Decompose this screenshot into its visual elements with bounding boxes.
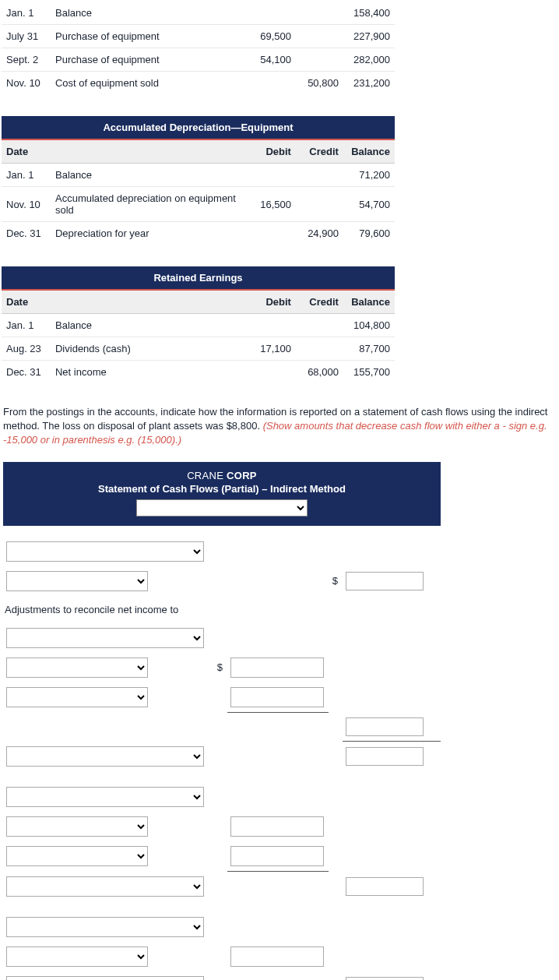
netcash-inv-select[interactable]: [6, 876, 204, 897]
ledger-header-row: Date Debit Credit Balance: [2, 290, 395, 314]
table-row: Aug. 23 Dividends (cash) 17,100 87,700: [2, 337, 395, 361]
period-select[interactable]: [136, 499, 308, 516]
instruction-text: From the postings in the accounts, indic…: [3, 405, 556, 448]
dollar-sign: $: [213, 653, 227, 682]
netcash-inv-input[interactable]: [346, 877, 424, 896]
table-row: July 31 Purchase of equipment 69,500 227…: [2, 25, 395, 48]
adj1-input[interactable]: [230, 657, 324, 678]
inv1-input[interactable]: [230, 816, 324, 837]
re-ledger: Retained Earnings Date Debit Credit Bala…: [2, 266, 395, 383]
adjustments-label: Adjustments to reconcile net income to: [3, 596, 441, 623]
table-row: Dec. 31 Depreciation for year 24,900 79,…: [2, 222, 395, 245]
netcash-fin-select[interactable]: [6, 976, 204, 980]
adj-target-select[interactable]: [6, 628, 204, 648]
section3-select[interactable]: [6, 917, 204, 937]
netincome-select[interactable]: [6, 571, 148, 591]
equipment-ledger: Jan. 1 Balance 158,400 July 31 Purchase …: [2, 2, 395, 94]
netincome-input[interactable]: [346, 572, 424, 590]
table-row: Jan. 1 Balance 71,200: [2, 164, 395, 187]
inv1-select[interactable]: [6, 816, 148, 837]
accdep-title: Accumulated Depreciation—Equipment: [2, 116, 395, 139]
accdep-ledger: Accumulated Depreciation—Equipment Date …: [2, 116, 395, 245]
table-row: Jan. 1 Balance 158,400: [2, 2, 395, 25]
adj2-select[interactable]: [6, 687, 148, 707]
table-row: Sept. 2 Purchase of equipment 54,100 282…: [2, 48, 395, 72]
fin1-select[interactable]: [6, 947, 148, 967]
form-table: $ Adjustments to reconcile net income to…: [3, 537, 441, 980]
inv2-input[interactable]: [230, 846, 324, 866]
statement-title: Statement of Cash Flows (Partial) – Indi…: [9, 483, 434, 495]
netcash-fin-input[interactable]: [346, 977, 424, 980]
ledger-header-row: Date Debit Credit Balance: [2, 139, 395, 164]
adj2-input[interactable]: [230, 687, 324, 707]
company-name: CRANE CORP: [9, 470, 434, 481]
dollar-sign: $: [329, 566, 343, 596]
netcash-op-input[interactable]: [346, 747, 424, 766]
section2-select[interactable]: [6, 787, 204, 807]
netcash-op-select[interactable]: [6, 746, 204, 767]
adj-subtotal-input[interactable]: [346, 717, 424, 736]
table-row: Nov. 10 Accumulated depreciation on equi…: [2, 187, 395, 222]
fin1-input[interactable]: [230, 947, 324, 967]
cashflow-form: CRANE CORP Statement of Cash Flows (Part…: [3, 462, 441, 980]
inv2-select[interactable]: [6, 846, 148, 866]
form-header: CRANE CORP Statement of Cash Flows (Part…: [3, 462, 441, 526]
adj1-select[interactable]: [6, 657, 148, 678]
table-row: Dec. 31 Net income 68,000 155,700: [2, 361, 395, 384]
section1-select[interactable]: [6, 541, 204, 562]
re-title: Retained Earnings: [2, 266, 395, 290]
table-row: Nov. 10 Cost of equipment sold 50,800 23…: [2, 72, 395, 95]
table-row: Jan. 1 Balance 104,800: [2, 314, 395, 337]
